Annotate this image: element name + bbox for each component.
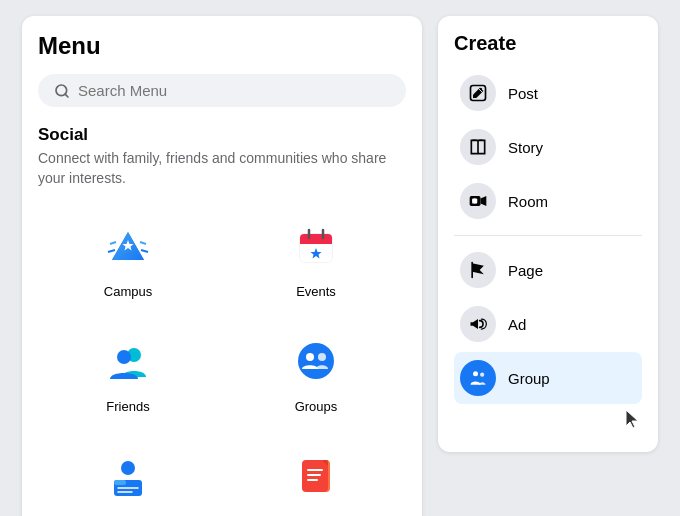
svg-line-7: [108, 250, 115, 252]
group-label: Group: [508, 370, 550, 387]
post-icon-circle: [460, 75, 496, 111]
menu-title: Menu: [38, 32, 406, 60]
friends-icon: [104, 337, 152, 385]
story-icon-circle: [460, 129, 496, 165]
newsfeed-icon: [104, 452, 152, 500]
create-title: Create: [454, 32, 642, 55]
post-label: Post: [508, 85, 538, 102]
room-icon-circle: [460, 183, 496, 219]
events-icon-wrap: [286, 216, 346, 276]
svg-line-1: [65, 94, 68, 97]
page-icon: [468, 260, 488, 280]
grid-item-campus[interactable]: Campus: [38, 204, 218, 311]
search-bar[interactable]: [38, 74, 406, 107]
create-item-story[interactable]: Story: [454, 121, 642, 173]
newsfeed-icon-wrap: [98, 446, 158, 506]
grid-item-friends[interactable]: Friends: [38, 319, 218, 426]
grid-item-newsfeed[interactable]: News Feed: [38, 434, 218, 516]
page-label: Page: [508, 262, 543, 279]
create-item-ad[interactable]: Ad: [454, 298, 642, 350]
story-icon: [468, 137, 488, 157]
svg-line-6: [140, 242, 146, 244]
grid-item-groups[interactable]: Groups: [226, 319, 406, 426]
svg-point-39: [480, 373, 484, 377]
create-item-group[interactable]: Group: [454, 352, 642, 404]
events-label: Events: [296, 284, 336, 299]
social-section-title: Social: [38, 125, 406, 145]
svg-point-17: [117, 350, 131, 364]
page-icon-circle: [460, 252, 496, 288]
ad-icon: [468, 314, 488, 334]
create-item-room[interactable]: Room: [454, 175, 642, 227]
svg-rect-23: [114, 480, 126, 485]
right-panel: Create Post Story: [438, 16, 658, 452]
left-panel: Menu Social Connect with family, friends…: [22, 16, 422, 516]
grid-item-pages[interactable]: Pages: [226, 434, 406, 516]
svg-point-20: [318, 353, 326, 361]
search-input[interactable]: [78, 82, 390, 99]
pages-icon: [292, 452, 340, 500]
svg-rect-12: [300, 240, 332, 244]
group-icon: [468, 368, 488, 388]
room-icon: [468, 191, 488, 211]
friends-label: Friends: [106, 399, 149, 414]
post-icon: [468, 83, 488, 103]
group-icon-circle: [460, 360, 496, 396]
social-section-desc: Connect with family, friends and communi…: [38, 149, 406, 188]
svg-point-19: [306, 353, 314, 361]
groups-icon: [292, 337, 340, 385]
svg-point-38: [473, 371, 478, 376]
campus-icon-wrap: [98, 216, 158, 276]
svg-point-18: [298, 343, 334, 379]
create-divider: [454, 235, 642, 236]
ad-icon-circle: [460, 306, 496, 342]
pages-icon-wrap: [286, 446, 346, 506]
svg-point-21: [121, 461, 135, 475]
grid-item-events[interactable]: Events: [226, 204, 406, 311]
story-label: Story: [508, 139, 543, 156]
svg-line-5: [110, 242, 116, 244]
social-grid: Campus Events: [38, 204, 406, 516]
campus-label: Campus: [104, 284, 152, 299]
room-label: Room: [508, 193, 548, 210]
campus-icon: [104, 222, 152, 270]
cursor-icon: [622, 408, 642, 432]
ad-label: Ad: [508, 316, 526, 333]
groups-label: Groups: [295, 399, 338, 414]
create-item-page[interactable]: Page: [454, 244, 642, 296]
cursor-area: [454, 408, 642, 436]
friends-icon-wrap: [98, 331, 158, 391]
search-icon: [54, 83, 70, 99]
create-item-post[interactable]: Post: [454, 67, 642, 119]
events-icon: [292, 222, 340, 270]
groups-icon-wrap: [286, 331, 346, 391]
svg-line-8: [141, 250, 148, 252]
